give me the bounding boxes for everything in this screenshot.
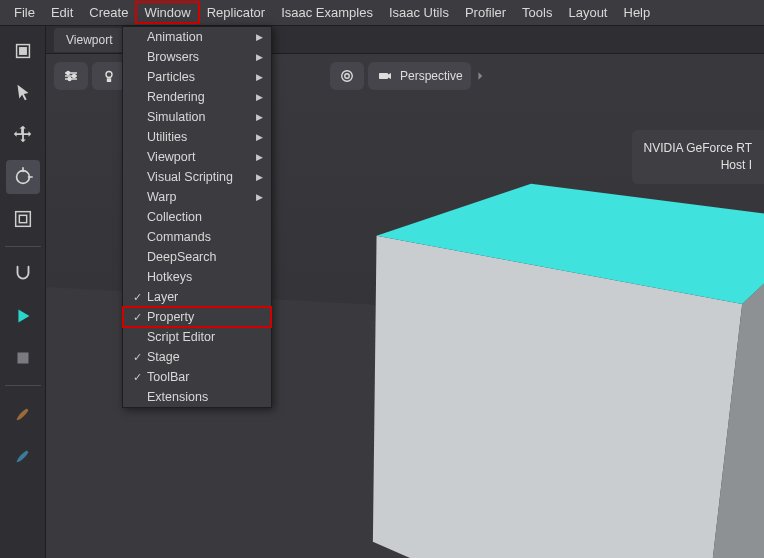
tool-frame-select[interactable] <box>6 34 40 68</box>
tool-brush-b[interactable] <box>6 438 40 472</box>
menubar: File Edit Create Window Replicator Isaac… <box>0 0 764 26</box>
window-menu-item[interactable]: Animation▶ <box>123 27 271 47</box>
window-menu-item-label: Viewport <box>145 150 253 164</box>
window-menu-item[interactable]: Browsers▶ <box>123 47 271 67</box>
submenu-arrow-icon: ▶ <box>253 132 263 142</box>
submenu-arrow-icon: ▶ <box>253 92 263 102</box>
window-menu-item[interactable]: Hotkeys <box>123 267 271 287</box>
submenu-arrow-icon: ▶ <box>253 32 263 42</box>
menu-edit[interactable]: Edit <box>43 2 81 23</box>
window-menu-item-label: Animation <box>145 30 253 44</box>
submenu-arrow-icon: ▶ <box>253 192 263 202</box>
window-menu-dropdown: Animation▶Browsers▶Particles▶Rendering▶S… <box>122 26 272 408</box>
viewport-light-button[interactable] <box>92 62 126 90</box>
check-icon: ✓ <box>129 371 145 384</box>
window-menu-item-label: DeepSearch <box>145 250 253 264</box>
window-menu-item[interactable]: Collection <box>123 207 271 227</box>
gpu-info-badge: NVIDIA GeForce RT Host I <box>632 130 764 184</box>
menu-file[interactable]: File <box>6 2 43 23</box>
tool-move[interactable] <box>6 118 40 152</box>
menu-window[interactable]: Window <box>136 2 198 23</box>
window-menu-item[interactable]: Simulation▶ <box>123 107 271 127</box>
window-menu-item-label: Visual Scripting <box>145 170 253 184</box>
gpu-info-line: Host I <box>644 157 752 174</box>
submenu-arrow-icon: ▶ <box>253 52 263 62</box>
window-menu-item[interactable]: Warp▶ <box>123 187 271 207</box>
window-menu-item[interactable]: Rendering▶ <box>123 87 271 107</box>
tool-stop[interactable] <box>6 341 40 375</box>
window-menu-item[interactable]: DeepSearch <box>123 247 271 267</box>
viewport-camera-sync-button[interactable] <box>330 62 364 90</box>
check-icon: ✓ <box>129 291 145 304</box>
window-menu-item[interactable]: Commands <box>123 227 271 247</box>
window-menu-item[interactable]: Viewport▶ <box>123 147 271 167</box>
submenu-arrow-icon: ▶ <box>253 72 263 82</box>
window-menu-item[interactable]: Particles▶ <box>123 67 271 87</box>
menu-layout[interactable]: Layout <box>560 2 615 23</box>
window-menu-item-label: Collection <box>145 210 253 224</box>
window-menu-item-label: Layer <box>145 290 253 304</box>
menu-tools[interactable]: Tools <box>514 2 560 23</box>
svg-rect-4 <box>19 215 26 222</box>
menu-isaac-utils[interactable]: Isaac Utils <box>381 2 457 23</box>
window-menu-item-label: Warp <box>145 190 253 204</box>
svg-point-11 <box>342 71 353 82</box>
window-menu-item[interactable]: Script Editor <box>123 327 271 347</box>
menu-replicator[interactable]: Replicator <box>199 2 274 23</box>
window-menu-item[interactable]: ✓Stage <box>123 347 271 367</box>
window-menu-item-label: Property <box>145 310 253 324</box>
window-menu-item-label: Browsers <box>145 50 253 64</box>
tool-rotate[interactable] <box>6 160 40 194</box>
window-menu-item[interactable]: Visual Scripting▶ <box>123 167 271 187</box>
tool-cursor[interactable] <box>6 76 40 110</box>
window-menu-item-label: Commands <box>145 230 253 244</box>
svg-rect-12 <box>379 73 388 79</box>
window-menu-item-label: ToolBar <box>145 370 253 384</box>
window-menu-item-label: Stage <box>145 350 253 364</box>
window-menu-item[interactable]: ✓Property <box>123 307 271 327</box>
tool-play[interactable] <box>6 299 40 333</box>
tool-snap[interactable] <box>6 257 40 291</box>
svg-point-10 <box>345 74 350 79</box>
gpu-info-line: NVIDIA GeForce RT <box>644 140 752 157</box>
menu-create[interactable]: Create <box>81 2 136 23</box>
tool-scale[interactable] <box>6 202 40 236</box>
window-menu-item-label: Hotkeys <box>145 270 253 284</box>
submenu-arrow-icon: ▶ <box>253 172 263 182</box>
menu-help[interactable]: Help <box>616 2 659 23</box>
svg-point-9 <box>106 72 112 78</box>
viewport-tab[interactable]: Viewport <box>54 28 124 52</box>
check-icon: ✓ <box>129 351 145 364</box>
svg-point-2 <box>16 171 29 184</box>
viewport-settings-button[interactable] <box>54 62 88 90</box>
viewport-camera-dropdown[interactable]: Perspective <box>368 62 471 90</box>
window-menu-item-label: Rendering <box>145 90 253 104</box>
viewport-camera-label: Perspective <box>400 69 463 83</box>
submenu-arrow-icon: ▶ <box>253 112 263 122</box>
window-menu-item[interactable]: Extensions <box>123 387 271 407</box>
window-menu-item[interactable]: Utilities▶ <box>123 127 271 147</box>
svg-point-6 <box>67 72 70 75</box>
svg-rect-3 <box>15 212 30 227</box>
window-menu-item-label: Particles <box>145 70 253 84</box>
chevron-right-icon <box>475 62 487 90</box>
window-menu-item-label: Utilities <box>145 130 253 144</box>
window-menu-item-label: Script Editor <box>145 330 253 344</box>
svg-rect-5 <box>17 353 28 364</box>
scene-cube-mesh <box>454 206 764 558</box>
check-icon: ✓ <box>129 311 145 324</box>
svg-rect-1 <box>19 48 25 54</box>
window-menu-item[interactable]: ✓ToolBar <box>123 367 271 387</box>
svg-point-8 <box>68 78 71 81</box>
window-menu-item-label: Extensions <box>145 390 253 404</box>
toolbar-divider <box>5 246 41 247</box>
window-menu-item[interactable]: ✓Layer <box>123 287 271 307</box>
svg-point-7 <box>73 75 76 78</box>
toolbar-divider <box>5 385 41 386</box>
menu-profiler[interactable]: Profiler <box>457 2 514 23</box>
left-toolbar <box>0 26 46 558</box>
tool-brush-a[interactable] <box>6 396 40 430</box>
submenu-arrow-icon: ▶ <box>253 152 263 162</box>
menu-isaac-examples[interactable]: Isaac Examples <box>273 2 381 23</box>
window-menu-item-label: Simulation <box>145 110 253 124</box>
